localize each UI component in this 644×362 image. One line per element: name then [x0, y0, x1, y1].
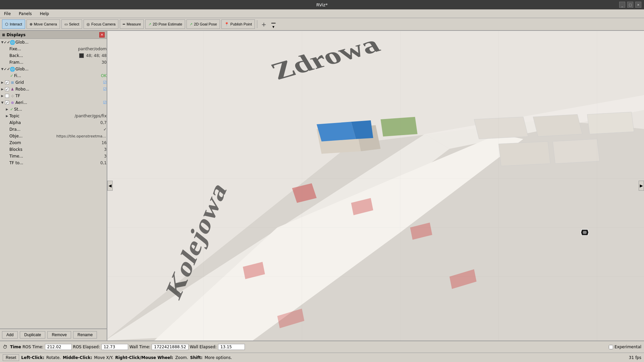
camera-icon: ⊕: [30, 22, 33, 26]
svg-marker-9: [317, 122, 356, 141]
displays-panel: ▦ Displays ✕ ▼ ✓ 🌐 Glob... Fixe... panth…: [0, 31, 107, 341]
displays-panel-title: Displays: [6, 33, 25, 37]
svg-marker-11: [381, 117, 418, 137]
time-section-label: Time: [10, 345, 21, 349]
ros-elapsed-label: ROS Elapsed:: [73, 345, 100, 349]
svg-marker-22: [553, 139, 599, 164]
topic-value[interactable]: /panther/gps/fix: [75, 114, 107, 118]
draw-value[interactable]: ✓: [103, 127, 107, 132]
framerate-label: Fram...: [9, 60, 100, 65]
duplicate-display-button[interactable]: Duplicate: [20, 331, 45, 339]
robo-check: ☑: [103, 87, 107, 92]
timeout-value[interactable]: 3: [104, 154, 107, 159]
minimize-button[interactable]: _: [619, 2, 625, 8]
ros-time-value[interactable]: 212.02: [45, 344, 72, 350]
st-label: St...: [14, 107, 107, 112]
expand-tf[interactable]: ▶: [0, 94, 5, 98]
wall-time-value[interactable]: 1722421888.52: [152, 344, 188, 350]
expand-robo[interactable]: ▶: [0, 87, 5, 91]
tf-to-value[interactable]: 0,1: [100, 161, 107, 165]
axes-icon: ⊹: [9, 94, 15, 98]
displays-tree: ▼ ✓ 🌐 Glob... Fixe... panther/odom Back.…: [0, 39, 107, 328]
tree-item-tf[interactable]: ▶ ⊹ TF: [0, 93, 107, 99]
reset-button[interactable]: Reset: [3, 354, 19, 361]
2d-pose-estimate-button[interactable]: ↗ 2D Pose Estimate: [145, 19, 185, 29]
menu-panels[interactable]: Panels: [17, 11, 33, 17]
maximize-button[interactable]: □: [627, 2, 633, 8]
expand-right-panel-arrow[interactable]: ▶: [639, 181, 644, 191]
framerate-value[interactable]: 30: [102, 60, 107, 65]
svg-marker-19: [533, 114, 582, 136]
zoom-label: Zoom: [9, 140, 100, 145]
middle-click-label: Middle-Click:: [63, 355, 92, 360]
shift-action: More options.: [205, 355, 232, 360]
tf-label: TF: [15, 94, 105, 98]
remove-display-button[interactable]: Remove: [47, 331, 71, 339]
zoom-control[interactable]: — ▼: [270, 20, 277, 28]
tree-item-glob2[interactable]: ▼ ✓ 🌐 Glob...: [0, 66, 107, 72]
toolbar-separator: [257, 20, 257, 28]
check-glob2[interactable]: ✓: [5, 67, 9, 71]
collapse-panel-arrow[interactable]: ◀: [107, 181, 113, 191]
interact-button[interactable]: ⬡ Interact: [2, 19, 25, 29]
pose-icon: ↗: [148, 22, 151, 26]
menu-help[interactable]: Help: [39, 11, 50, 17]
tree-item-tf-to: TF to... 0,1: [0, 160, 107, 166]
draw-label: Dra...: [9, 127, 102, 132]
check-grid[interactable]: ✓: [5, 80, 9, 84]
check-glob1[interactable]: ✓: [5, 40, 9, 45]
experimental-checkbox[interactable]: [609, 345, 613, 349]
rename-display-button[interactable]: Rename: [73, 331, 97, 339]
move-camera-button[interactable]: ⊕ Move Camera: [26, 19, 60, 29]
goal-icon: ↗: [190, 22, 193, 26]
wall-elapsed-value[interactable]: 13.15: [218, 344, 245, 350]
fi-label: Fi...: [14, 73, 100, 78]
displays-panel-close[interactable]: ✕: [99, 32, 105, 38]
check-aeri[interactable]: ✓: [5, 101, 9, 105]
fixed-frame-value[interactable]: panther/odom: [78, 47, 107, 51]
titlebar: RViz* _ □ ✕: [0, 0, 644, 9]
tree-item-robo[interactable]: ▶ ✓ ♟ Robo... ☑: [0, 86, 107, 93]
close-button[interactable]: ✕: [635, 2, 641, 8]
timeout-label: Time...: [9, 154, 103, 159]
ros-elapsed-value[interactable]: 12.73: [101, 344, 128, 350]
svg-marker-20: [587, 112, 634, 134]
app-title: RViz*: [316, 2, 328, 7]
zoom-value[interactable]: 16: [102, 140, 107, 145]
menubar: File Panels Help: [0, 9, 644, 18]
select-button[interactable]: ▭ Select: [61, 19, 83, 29]
object-url-value[interactable]: https://tile.openstreetmap.org/{...: [56, 134, 107, 138]
measure-button[interactable]: ━ Measure: [120, 19, 144, 29]
focus-camera-button[interactable]: ◎ Focus Camera: [84, 19, 118, 29]
alpha-value[interactable]: 0,7: [100, 120, 107, 125]
expand-grid[interactable]: ▶: [0, 81, 5, 84]
add-display-button[interactable]: Add: [2, 331, 18, 339]
2d-goal-pose-button[interactable]: ↗ 2D Goal Pose: [186, 19, 220, 29]
background-color-swatch[interactable]: [79, 53, 84, 58]
time-bar: ⏱ Time ROS Time: 212.02 ROS Elapsed: 12.…: [0, 341, 644, 353]
add-tool-button[interactable]: +: [259, 21, 268, 28]
tree-item-aeri[interactable]: ▼ ✓ ⊛ Aeri... ☑: [0, 99, 107, 106]
tree-item-glob1[interactable]: ▼ ✓ 🌐 Glob...: [0, 39, 107, 46]
check-robo[interactable]: ✓: [5, 87, 9, 91]
grid-check: ☑: [103, 80, 107, 85]
check-tf[interactable]: [5, 94, 9, 98]
expand-aeri[interactable]: ▼: [0, 101, 5, 104]
publish-point-button[interactable]: 📍 Publish Point: [221, 19, 255, 29]
globe-icon-1: 🌐: [9, 40, 15, 45]
tree-item-object-url: Obje... https://tile.openstreetmap.org/{…: [0, 133, 107, 139]
experimental-label: Experimental: [614, 345, 641, 349]
wall-time-group: Wall Time: 1722421888.52: [129, 344, 189, 350]
experimental-checkbox-group[interactable]: Experimental: [609, 345, 641, 349]
cursor-icon: ⬡: [5, 22, 8, 26]
object-url-label: Obje...: [9, 134, 55, 138]
ros-elapsed-group: ROS Elapsed: 12.73: [73, 344, 128, 350]
alpha-label: Alpha: [9, 120, 99, 125]
displays-header: ▦ Displays ✕: [0, 31, 107, 39]
blocks-value[interactable]: 3: [104, 147, 107, 152]
3d-viewport[interactable]: Zdrowa Kolejowa: [107, 31, 644, 341]
menu-file[interactable]: File: [3, 11, 12, 17]
main-area: ▦ Displays ✕ ▼ ✓ 🌐 Glob... Fixe... panth…: [0, 31, 644, 341]
time-clock-icon: ⏱: [3, 344, 7, 350]
tree-item-grid[interactable]: ▶ ✓ ⊞ Grid ☑: [0, 79, 107, 86]
